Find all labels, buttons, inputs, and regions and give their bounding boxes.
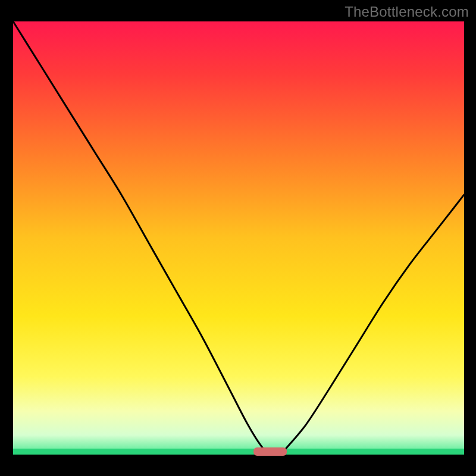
chart-root: TheBottleneck.com: [0, 0, 476, 476]
plot-area: [13, 21, 464, 455]
bottleneck-chart: [0, 0, 476, 476]
minimum-marker: [253, 447, 287, 456]
green-floor: [13, 449, 464, 455]
